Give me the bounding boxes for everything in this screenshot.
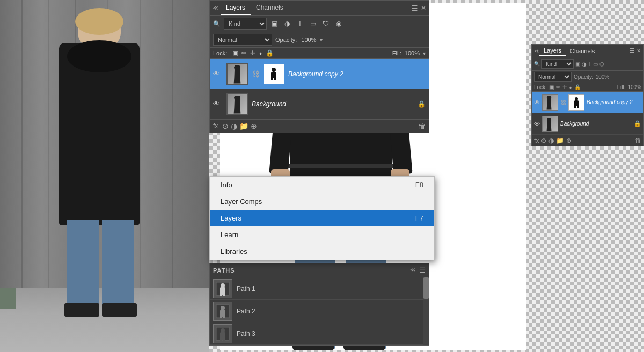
mini-tab-layers[interactable]: Layers	[539, 46, 566, 56]
mini-lock-pixels[interactable]: ✏	[556, 84, 560, 90]
svg-point-5	[221, 283, 225, 288]
fill-chevron-icon[interactable]: ▾	[423, 50, 426, 56]
adjustment-filter-icon[interactable]: ◑	[282, 18, 292, 29]
path-2-icon	[215, 304, 230, 319]
mini-mask-thumb	[568, 94, 584, 111]
path-1-icon	[215, 281, 230, 296]
opacity-label: Opacity:	[275, 36, 297, 43]
mini-new-group-button[interactable]: 📁	[556, 137, 564, 144]
svg-rect-13	[223, 316, 225, 318]
mini-new-fill-button[interactable]: ⊙	[541, 137, 546, 144]
path-1-label: Path 1	[237, 285, 255, 292]
smart-object-filter-icon[interactable]: 🛡	[320, 18, 331, 29]
layer-item-background[interactable]: 👁 Background 🔒	[210, 89, 429, 119]
paths-panel-title: PATHS	[213, 267, 235, 274]
menu-item-layers-shortcut: F7	[415, 214, 423, 222]
svg-rect-17	[220, 339, 222, 341]
mini-pixel-icon[interactable]: ▣	[575, 61, 580, 67]
layer-visibility-eye[interactable]: 👁	[213, 70, 223, 78]
menu-item-libraries[interactable]: Libraries	[210, 243, 434, 260]
kind-select[interactable]: Kind	[224, 18, 267, 30]
kind-row: 🔍 Kind ▣ ◑ T ▭ 🛡 ◉	[210, 16, 429, 32]
mini-lock-transparency[interactable]: ▣	[549, 84, 554, 90]
new-adjustment-button[interactable]: ◑	[231, 122, 237, 130]
mini-panel-header: ≪ Layers Channels ☰ ✕	[532, 45, 643, 57]
mini-lock-all[interactable]: 🔒	[574, 84, 581, 90]
mini-close-button[interactable]: ✕	[636, 48, 641, 54]
mini-fx-button[interactable]: fx	[534, 137, 539, 144]
mini-panel-footer: fx ⊙ ◑ 📁 ⊕ 🗑	[532, 135, 643, 146]
pixel2-filter-icon[interactable]: ◉	[333, 18, 344, 29]
mini-new-adj-button[interactable]: ◑	[548, 137, 554, 144]
lock-pixels-icon[interactable]: ✏	[241, 49, 247, 57]
paths-collapse-icon[interactable]: ≪	[410, 267, 415, 274]
layer-chain-icon: ⛓	[252, 70, 259, 78]
mini-menu-button[interactable]: ☰	[630, 47, 635, 54]
menu-item-layer-comps[interactable]: Layer Comps	[210, 193, 434, 210]
layer-thumbnail-background	[226, 93, 248, 115]
svg-point-15	[221, 328, 225, 333]
type-filter-icon[interactable]: T	[295, 18, 305, 29]
shape-filter-icon[interactable]: ▭	[308, 18, 318, 29]
menu-item-info[interactable]: Info F8	[210, 177, 434, 193]
tab-layers[interactable]: Layers	[221, 1, 251, 15]
layer-visibility-eye-bg[interactable]: 👁	[213, 100, 223, 108]
panel-header: ≪ Layers Channels ☰ ✕	[210, 1, 429, 16]
mini-blend-select[interactable]: Normal	[534, 72, 572, 82]
collapse-icon[interactable]: ≪	[213, 5, 218, 11]
mini-lock-transform[interactable]: ✛	[562, 84, 567, 90]
mini-collapse-icon[interactable]: ≪	[535, 48, 539, 54]
layer-item-background-copy-2[interactable]: 👁 ⛓ Background copy 2	[210, 59, 429, 89]
mini-blend-row: Normal Opacity: 100%	[532, 71, 643, 83]
panel-menu-button[interactable]: ☰	[411, 4, 418, 12]
mini-smart-icon[interactable]: ⬡	[599, 61, 604, 67]
svg-rect-6	[220, 287, 225, 295]
dropdown-menu: Info F8 Layer Comps Layers F7 Learn Libr…	[209, 176, 435, 260]
path-item-3[interactable]: Path 3	[210, 322, 429, 345]
mini-delete-button[interactable]: 🗑	[635, 137, 641, 144]
mini-search-icon: 🔍	[534, 61, 540, 67]
mini-adj-icon[interactable]: ◑	[582, 61, 587, 67]
menu-item-learn[interactable]: Learn	[210, 226, 434, 243]
delete-layer-button[interactable]: 🗑	[418, 122, 426, 130]
mini-layers-panel: ≪ Layers Channels ☰ ✕ 🔍 Kind ▣ ◑ T ▭ ⬡ N…	[531, 44, 644, 146]
mini-type-icon[interactable]: T	[588, 61, 591, 67]
new-fill-button[interactable]: ⊙	[222, 122, 229, 130]
blend-mode-select[interactable]: Normal	[213, 34, 272, 46]
mini-eye-icon[interactable]: 👁	[534, 99, 540, 106]
lock-all-icon[interactable]: 🔒	[266, 49, 274, 57]
path-2-label: Path 2	[237, 307, 255, 315]
paths-menu-icon[interactable]: ☰	[420, 267, 426, 274]
path-item-2[interactable]: Path 2	[210, 300, 429, 322]
mini-opacity-label: Opacity:	[574, 74, 594, 80]
new-layer-button[interactable]: ⊕	[251, 122, 257, 130]
menu-item-layers-label: Layers	[221, 214, 241, 222]
close-button[interactable]: ✕	[421, 4, 426, 12]
mini-eye-icon-bg[interactable]: 👁	[534, 121, 540, 127]
paths-panel-header: PATHS ≪ ☰	[210, 263, 429, 277]
mini-layer-item-bg-copy-2[interactable]: 👁 ⛓ Background copy 2	[532, 92, 643, 113]
pixel-filter-icon[interactable]: ▣	[269, 18, 280, 29]
path-item-1[interactable]: Path 1	[210, 277, 429, 300]
mini-lock-pos[interactable]: ⬧	[569, 84, 572, 90]
mini-new-layer-button[interactable]: ⊕	[566, 137, 572, 144]
lock-position-icon[interactable]: ⬧	[259, 49, 262, 57]
mini-shape-icon[interactable]: ▭	[593, 61, 598, 67]
mini-kind-select[interactable]: Kind	[541, 59, 574, 69]
paths-scrollbar[interactable]	[423, 277, 429, 345]
menu-item-libraries-label: Libraries	[221, 247, 247, 255]
path-3-label: Path 3	[237, 330, 255, 338]
mini-lock-icon-bg: 🔒	[634, 120, 641, 127]
path-3-icon	[215, 326, 230, 341]
fx-button[interactable]: fx	[213, 122, 218, 130]
mini-fill-value: 100%	[627, 84, 641, 90]
menu-item-layers[interactable]: Layers F7	[210, 210, 434, 226]
opacity-chevron-icon[interactable]: ▾	[320, 37, 323, 43]
mini-tab-channels[interactable]: Channels	[566, 46, 599, 56]
lock-transparency-icon[interactable]: ▣	[232, 49, 238, 57]
new-group-button[interactable]: 📁	[239, 122, 248, 130]
mini-layer-item-background[interactable]: 👁 Background 🔒	[532, 113, 643, 135]
paths-scrollbar-thumb[interactable]	[423, 277, 429, 299]
lock-transform-icon[interactable]: ✛	[250, 49, 255, 57]
tab-channels[interactable]: Channels	[251, 1, 289, 15]
